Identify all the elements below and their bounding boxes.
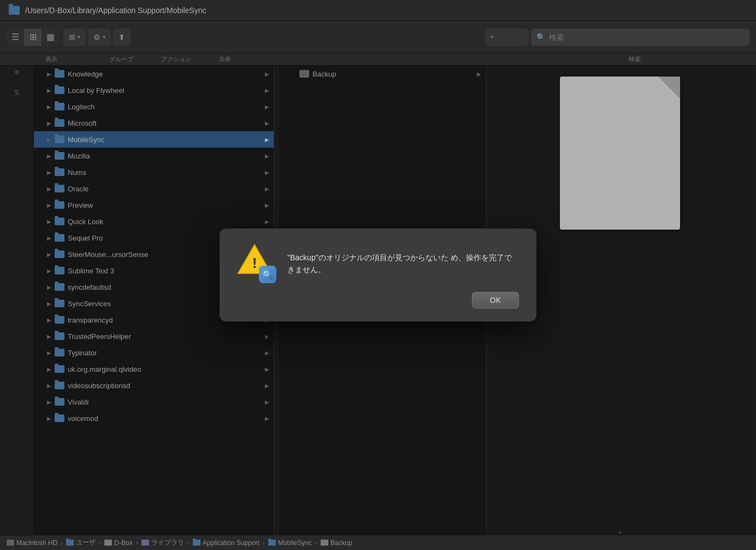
dialog-content: ! 🔍 "Backup"のオリジナルの項目が見つからないた め、操作を完了できま… bbox=[237, 244, 519, 283]
dialog-ok-button[interactable]: OK bbox=[472, 292, 519, 308]
dialog-icon-wrapper: ! 🔍 bbox=[237, 244, 276, 283]
finder-badge-icon: 🔍 bbox=[259, 266, 276, 283]
dialog-overlay: ! 🔍 "Backup"のオリジナルの項目が見つからないた め、操作を完了できま… bbox=[0, 0, 756, 550]
alert-dialog: ! 🔍 "Backup"のオリジナルの項目が見つからないた め、操作を完了できま… bbox=[220, 229, 536, 321]
dialog-message-text: "Backup"のオリジナルの項目が見つからないた め、操作を完了できません。 bbox=[287, 253, 512, 274]
svg-text:!: ! bbox=[252, 255, 257, 271]
dialog-message: "Backup"のオリジナルの項目が見つからないた め、操作を完了できません。 bbox=[287, 251, 519, 276]
dialog-buttons: OK bbox=[237, 292, 519, 308]
